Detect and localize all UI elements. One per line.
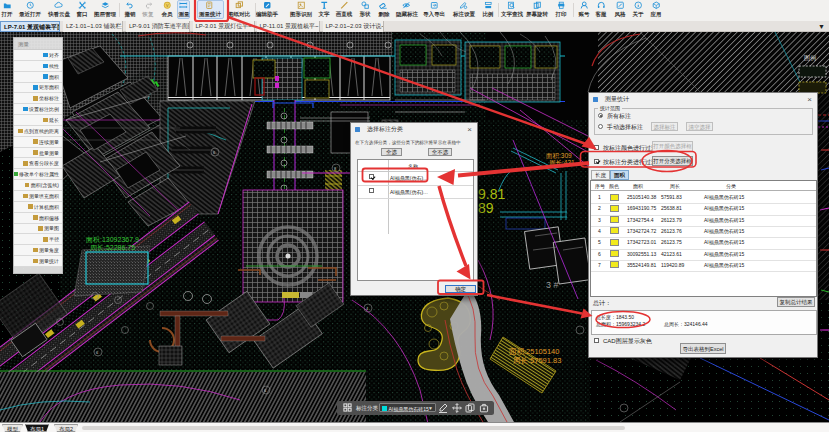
svg-text:4: 4 xyxy=(366,306,369,311)
svg-text:6: 6 xyxy=(213,150,216,155)
svg-text:图例: 图例 xyxy=(804,55,816,62)
svg-text:面积:309: 面积:309 xyxy=(546,152,572,159)
svg-text:周长:57591.83: 周长:57591.83 xyxy=(513,356,561,365)
svg-text:89: 89 xyxy=(478,200,494,216)
svg-text:6: 6 xyxy=(264,388,267,393)
svg-text:3 #: 3 # xyxy=(546,280,559,290)
svg-text:8: 8 xyxy=(334,166,337,171)
svg-text:周长:431: 周长:431 xyxy=(549,159,575,166)
svg-text:面积:25105140: 面积:25105140 xyxy=(508,347,559,356)
svg-text:6: 6 xyxy=(96,350,99,355)
